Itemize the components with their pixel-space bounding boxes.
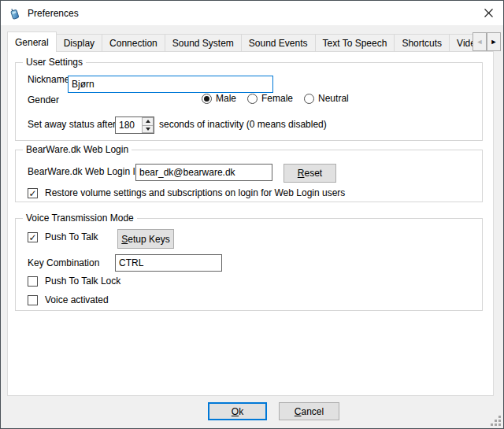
radio-unselected-icon xyxy=(247,94,258,104)
web-login-id-label: BearWare.dk Web Login ID xyxy=(28,166,142,178)
spin-up-icon xyxy=(146,120,150,123)
tab-bar: General Display Connection Sound System … xyxy=(7,31,475,52)
spin-down-button[interactable] xyxy=(142,125,154,134)
check-icon: ✓ xyxy=(28,234,36,242)
group-title: User Settings xyxy=(23,57,86,68)
tab-scrollers: ◄ ► xyxy=(472,32,501,51)
restore-volume-checkbox[interactable]: ✓ xyxy=(28,188,38,198)
gender-radio-female[interactable]: Female xyxy=(247,93,293,105)
setup-keys-button[interactable]: Setup Keys xyxy=(117,229,174,249)
tab-scroll-left-button[interactable]: ◄ xyxy=(472,32,487,51)
group-title: Voice Transmission Mode xyxy=(23,213,137,224)
group-web-login: BearWare.dk Web Login BearWare.dk Web Lo… xyxy=(15,150,483,202)
push-to-talk-checkbox[interactable]: ✓ xyxy=(28,232,38,242)
away-suffix-label: seconds of inactivity (0 means disabled) xyxy=(159,119,327,131)
tab-sound-system[interactable]: Sound System xyxy=(165,34,242,52)
window-title: Preferences xyxy=(28,8,79,19)
close-button[interactable] xyxy=(475,1,502,24)
group-title: BearWare.dk Web Login xyxy=(23,144,132,155)
nickname-label: Nickname xyxy=(28,74,69,86)
preferences-dialog: Preferences General Display Connection S… xyxy=(0,0,504,429)
tab-general[interactable]: General xyxy=(7,31,57,52)
tab-video[interactable]: Video xyxy=(449,34,475,52)
nickname-input[interactable]: Bjørn xyxy=(68,76,273,93)
away-seconds-spinner[interactable]: 180 xyxy=(115,116,154,134)
scroll-right-icon: ► xyxy=(491,39,498,46)
group-voice-transmission: Voice Transmission Mode ✓ Push To Talk S… xyxy=(15,218,483,311)
gender-label: Gender xyxy=(28,94,59,106)
voice-activated-label: Voice activated xyxy=(45,294,109,306)
tab-shortcuts[interactable]: Shortcuts xyxy=(394,34,450,52)
tab-connection[interactable]: Connection xyxy=(102,34,165,52)
push-to-talk-lock-label: Push To Talk Lock xyxy=(45,276,120,287)
web-login-id-input[interactable]: bear_dk@bearware.dk xyxy=(135,164,272,181)
tab-sound-events[interactable]: Sound Events xyxy=(241,34,316,52)
close-icon xyxy=(484,9,493,17)
cancel-button[interactable]: Cancel xyxy=(279,402,339,420)
away-after-label: Set away status after xyxy=(28,119,116,131)
check-icon: ✓ xyxy=(28,190,36,198)
radio-selected-icon xyxy=(202,94,212,104)
spin-down-icon xyxy=(146,128,150,131)
ok-button[interactable]: Ok xyxy=(208,402,267,420)
push-to-talk-label: Push To Talk xyxy=(45,231,98,243)
restore-volume-label: Restore volume settings and subscription… xyxy=(45,187,345,199)
push-to-talk-lock-checkbox[interactable] xyxy=(28,276,38,287)
titlebar: Preferences xyxy=(1,1,503,25)
radio-unselected-icon xyxy=(304,94,314,104)
gender-radio-group: Male Female Neutral xyxy=(202,93,349,105)
scroll-left-icon: ◄ xyxy=(476,39,484,46)
tab-text-to-speech[interactable]: Text To Speech xyxy=(315,34,395,52)
group-user-settings: User Settings Nickname Bjørn Gender Male… xyxy=(15,62,483,141)
tab-scroll-right-button[interactable]: ► xyxy=(487,32,501,51)
app-icon xyxy=(9,7,21,20)
key-combination-label: Key Combination xyxy=(28,257,99,269)
tab-display[interactable]: Display xyxy=(56,34,102,52)
voice-activated-checkbox[interactable] xyxy=(28,295,38,305)
resize-grip-icon[interactable] xyxy=(491,416,501,426)
gender-radio-male[interactable]: Male xyxy=(202,93,236,105)
key-combination-input[interactable]: CTRL xyxy=(115,254,222,272)
reset-button[interactable]: Reset xyxy=(284,164,336,183)
gender-radio-neutral[interactable]: Neutral xyxy=(304,93,349,105)
